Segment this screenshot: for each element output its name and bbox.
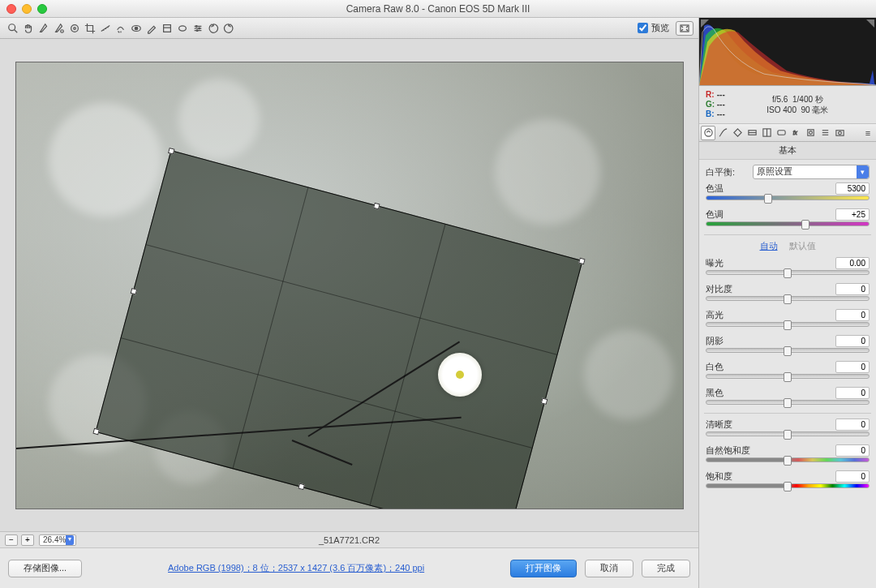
tab-calibration[interactable] (803, 126, 818, 140)
wb-label: 白平衡: (706, 166, 748, 178)
contrast-value-input[interactable] (835, 283, 870, 295)
saturation-slider[interactable] (706, 483, 870, 488)
tab-split-toning[interactable] (759, 126, 774, 140)
tab-presets[interactable] (818, 126, 832, 140)
toolbar: 预览 (0, 18, 698, 39)
rgb-readout: R: --- G: --- B: --- (706, 90, 726, 119)
highlight-clip-icon[interactable] (866, 19, 874, 28)
preview-toggle[interactable]: 预览 (638, 22, 669, 34)
exposure-value-input[interactable] (835, 257, 870, 269)
shadow-clip-icon[interactable] (701, 19, 709, 28)
red-eye-tool-icon[interactable] (128, 20, 144, 36)
svg-rect-22 (777, 131, 784, 135)
rotate-cw-icon[interactable] (221, 20, 236, 36)
zoom-out-button[interactable]: − (5, 534, 18, 546)
svg-point-14 (198, 28, 200, 29)
zoom-level-select[interactable]: 26.4% (39, 534, 76, 546)
blacks-value-input[interactable] (835, 387, 870, 399)
preferences-tool-icon[interactable] (190, 20, 205, 36)
temp-slider[interactable] (706, 195, 870, 200)
clarity-slider[interactable] (706, 431, 870, 436)
tab-snapshots[interactable] (832, 126, 847, 140)
tab-basic[interactable] (701, 126, 715, 140)
preview-checkbox[interactable] (638, 23, 648, 33)
white-balance-tool-icon[interactable] (36, 20, 51, 36)
saturation-value-input[interactable] (835, 470, 870, 483)
graduated-filter-tool-icon[interactable] (159, 20, 174, 36)
svg-point-9 (178, 25, 186, 30)
status-bar: − + 26.4% _51A7721.CR2 (0, 531, 698, 547)
temp-value-input[interactable] (835, 182, 870, 195)
shadows-slider[interactable] (706, 348, 870, 353)
tab-tone-curve[interactable] (715, 126, 730, 140)
titlebar: Camera Raw 8.0 - Canon EOS 5D Mark III (0, 0, 876, 18)
hand-tool-icon[interactable] (20, 20, 36, 36)
tab-effects[interactable]: fx (788, 126, 803, 140)
auto-default-links: 自动 默认值 (706, 240, 870, 252)
svg-point-4 (73, 27, 75, 29)
close-window-button[interactable] (6, 4, 16, 14)
svg-point-17 (704, 129, 711, 136)
svg-text:fx: fx (792, 130, 797, 135)
adjustment-brush-tool-icon[interactable] (144, 20, 159, 36)
highlights-value-input[interactable] (835, 309, 870, 321)
camera-info-bar: R: --- G: --- B: --- f/5.6 1/400 秒 ISO 4… (699, 86, 876, 124)
zoom-tool-icon[interactable] (5, 20, 20, 36)
svg-point-0 (8, 24, 15, 30)
whites-slider[interactable] (706, 374, 870, 379)
exposure-slider[interactable] (706, 270, 870, 275)
targeted-adjustment-tool-icon[interactable] (67, 20, 82, 36)
open-image-button[interactable]: 打开图像 (510, 560, 577, 577)
zoom-level-value: 26.4% (43, 535, 66, 544)
blacks-slider[interactable] (706, 400, 870, 405)
preview-label: 预览 (651, 22, 669, 34)
histogram[interactable] (699, 18, 876, 86)
svg-line-1 (14, 29, 17, 32)
spot-removal-tool-icon[interactable] (113, 20, 128, 36)
tab-detail[interactable] (730, 126, 745, 140)
panel-menu-icon[interactable]: ≡ (861, 128, 874, 138)
straighten-tool-icon[interactable] (97, 20, 113, 36)
svg-rect-7 (163, 24, 170, 32)
contrast-slider[interactable] (706, 296, 870, 301)
panel-title: 基本 (699, 142, 876, 160)
shadows-value-input[interactable] (835, 335, 870, 347)
radial-filter-tool-icon[interactable] (174, 20, 190, 36)
tab-lens[interactable] (774, 126, 788, 140)
tint-value-input[interactable] (835, 208, 870, 221)
filename-label: _51A7721.CR2 (319, 535, 380, 545)
tint-slider[interactable] (706, 221, 870, 226)
footer: 存储图像... Adobe RGB (1998)；8 位；2537 x 1427… (0, 547, 698, 588)
svg-point-2 (60, 29, 63, 32)
slider-temperature: 色温 (706, 182, 870, 200)
save-image-button[interactable]: 存储图像... (8, 560, 82, 577)
zoom-in-button[interactable]: + (21, 534, 34, 546)
color-sampler-tool-icon[interactable] (51, 20, 67, 36)
fullscreen-button[interactable] (676, 21, 694, 36)
svg-rect-24 (807, 130, 813, 135)
crop-tool-icon[interactable] (82, 20, 97, 36)
default-link[interactable]: 默认值 (789, 240, 816, 252)
vibrance-slider[interactable] (706, 457, 870, 462)
white-balance-select[interactable]: 原照设置 (753, 165, 870, 179)
whites-value-input[interactable] (835, 361, 870, 373)
minimize-window-button[interactable] (22, 4, 32, 14)
workflow-options-link[interactable]: Adobe RGB (1998)；8 位；2537 x 1427 (3.6 百万… (168, 563, 424, 573)
rotate-ccw-icon[interactable] (205, 20, 221, 36)
zoom-window-button[interactable] (37, 4, 47, 14)
image-canvas[interactable] (0, 39, 698, 531)
svg-point-25 (809, 131, 812, 135)
auto-link[interactable]: 自动 (760, 240, 778, 252)
svg-point-13 (195, 25, 197, 27)
done-button[interactable]: 完成 (642, 560, 690, 577)
clarity-value-input[interactable] (835, 418, 870, 431)
tab-hsl[interactable] (745, 126, 759, 140)
highlights-slider[interactable] (706, 322, 870, 327)
vibrance-value-input[interactable] (835, 444, 870, 457)
panel-tabstrip: fx ≡ (699, 124, 876, 142)
cancel-button[interactable]: 取消 (585, 560, 633, 577)
image-preview[interactable] (15, 62, 684, 509)
basic-panel: 白平衡: 原照设置 色温 色调 自动 默认值 曝光 对比度 高光 阴影 白色 黑… (699, 160, 876, 588)
svg-point-3 (71, 24, 78, 32)
window-title: Camera Raw 8.0 - Canon EOS 5D Mark III (346, 3, 530, 15)
